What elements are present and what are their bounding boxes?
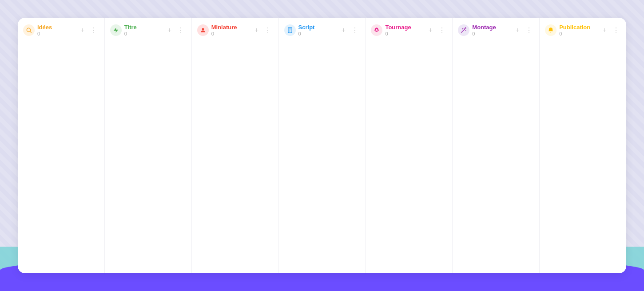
svg-marker-2 (114, 28, 119, 33)
more-options-button-miniature[interactable]: ⋮ (263, 25, 273, 35)
add-card-button-miniature[interactable]: + (252, 25, 262, 35)
column-miniature: Miniature 0 + ⋮ (192, 18, 279, 273)
column-header-montage: Montage 0 + ⋮ (453, 18, 539, 40)
add-card-button-titre[interactable]: + (165, 25, 175, 35)
column-count-miniature: 0 (211, 31, 249, 37)
column-header-tournage: Tournage 0 + ⋮ (366, 18, 452, 40)
column-header-script: Script 0 + ⋮ (279, 18, 366, 40)
column-icon-montage (458, 24, 469, 36)
column-body-tournage (366, 40, 452, 273)
column-count-ideas: 0 (37, 31, 75, 37)
column-body-montage (453, 40, 539, 273)
more-options-button-ideas[interactable]: ⋮ (89, 25, 99, 35)
column-title-group-script: Script 0 (298, 24, 336, 37)
add-card-button-script[interactable]: + (338, 25, 348, 35)
kanban-board: Idées 0 + ⋮ Titre 0 + ⋮ (18, 18, 626, 273)
column-publication: Publication 0 + ⋮ (540, 18, 626, 273)
column-montage: Montage 0 + ⋮ (453, 18, 540, 273)
column-title-tournage: Tournage (385, 24, 423, 31)
column-title-montage: Montage (472, 24, 510, 31)
column-actions-miniature: + ⋮ (252, 25, 273, 35)
column-title-group-montage: Montage 0 (472, 24, 510, 37)
column-icon-publication (545, 24, 557, 36)
add-card-button-ideas[interactable]: + (78, 25, 87, 35)
column-count-tournage: 0 (385, 31, 423, 37)
column-title-group-ideas: Idées 0 (37, 24, 75, 37)
more-options-button-script[interactable]: ⋮ (350, 25, 360, 35)
column-ideas: Idées 0 + ⋮ (18, 18, 105, 273)
column-count-titre: 0 (124, 31, 162, 37)
column-title-ideas: Idées (37, 24, 75, 31)
column-actions-ideas: + ⋮ (78, 25, 99, 35)
column-title-group-publication: Publication 0 (559, 24, 597, 37)
column-body-ideas (18, 40, 104, 273)
column-header-titre: Titre 0 + ⋮ (105, 18, 191, 40)
column-actions-publication: + ⋮ (600, 25, 621, 35)
column-count-script: 0 (298, 31, 336, 37)
column-header-miniature: Miniature 0 + ⋮ (192, 18, 278, 40)
column-header-publication: Publication 0 + ⋮ (540, 18, 626, 40)
more-options-button-titre[interactable]: ⋮ (176, 25, 186, 35)
svg-line-8 (461, 29, 465, 32)
column-count-publication: 0 (559, 31, 597, 37)
add-card-button-publication[interactable]: + (600, 25, 609, 35)
more-options-button-tournage[interactable]: ⋮ (437, 25, 447, 35)
column-body-publication (540, 40, 626, 273)
column-title-titre: Titre (124, 24, 162, 31)
column-title-publication: Publication (559, 24, 597, 31)
column-title-miniature: Miniature (211, 24, 249, 31)
more-options-button-montage[interactable]: ⋮ (524, 25, 534, 35)
column-script: Script 0 + ⋮ (279, 18, 366, 273)
add-card-button-montage[interactable]: + (513, 25, 522, 35)
column-actions-titre: + ⋮ (165, 25, 186, 35)
column-body-titre (105, 40, 191, 273)
column-icon-ideas (23, 24, 35, 36)
column-tournage: Tournage 0 + ⋮ (366, 18, 453, 273)
more-options-button-publication[interactable]: ⋮ (611, 25, 621, 35)
column-actions-tournage: + ⋮ (425, 25, 447, 35)
column-actions-montage: + ⋮ (513, 25, 534, 35)
column-titre: Titre 0 + ⋮ (105, 18, 192, 273)
column-body-miniature (192, 40, 278, 273)
column-body-script (279, 40, 366, 273)
column-icon-tournage (371, 24, 382, 36)
column-title-group-tournage: Tournage 0 (385, 24, 423, 37)
svg-line-1 (30, 31, 32, 33)
column-icon-titre (110, 24, 122, 36)
column-header-ideas: Idées 0 + ⋮ (18, 18, 104, 40)
column-icon-script (284, 24, 296, 36)
column-actions-script: + ⋮ (338, 25, 360, 35)
add-card-button-tournage[interactable]: + (425, 25, 435, 35)
svg-point-3 (202, 28, 204, 31)
column-icon-miniature (197, 24, 209, 36)
column-count-montage: 0 (472, 31, 510, 37)
column-title-script: Script (298, 24, 336, 31)
column-title-group-titre: Titre 0 (124, 24, 162, 37)
column-title-group-miniature: Miniature 0 (211, 24, 249, 37)
